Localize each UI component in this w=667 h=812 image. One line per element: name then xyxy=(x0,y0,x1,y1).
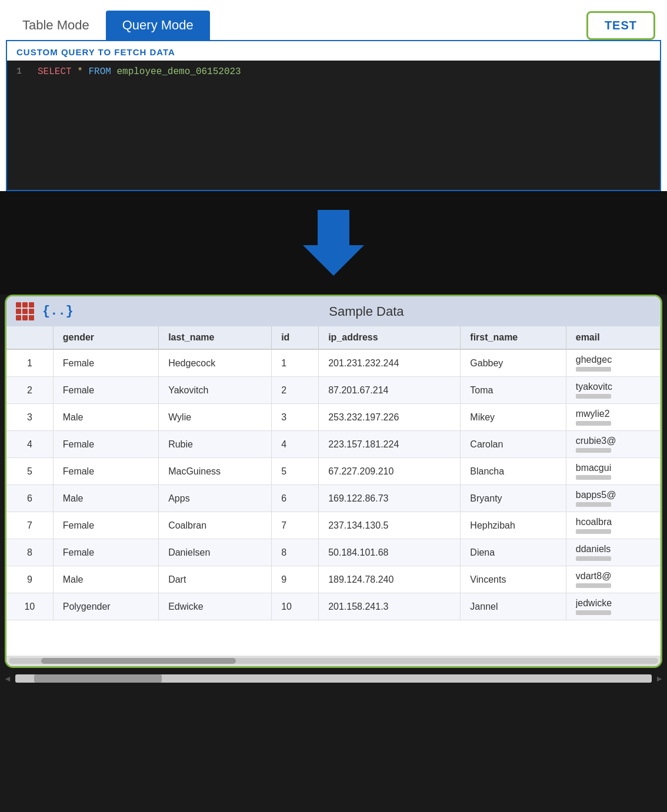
table-row: 1FemaleHedgecock1201.231.232.244Gabbeygh… xyxy=(6,349,661,377)
email-text: ghedgec xyxy=(576,355,651,365)
email-scroll-bar[interactable] xyxy=(576,502,611,507)
cell-ip-address: 189.124.78.240 xyxy=(319,566,461,593)
email-text: hcoalbra xyxy=(576,517,651,527)
grid-icon xyxy=(16,302,34,320)
cell-last-name: Apps xyxy=(159,485,272,512)
cell-gender: Male xyxy=(53,404,158,431)
cell-ip-address: 87.201.67.214 xyxy=(319,377,461,404)
cell-first-name: Mikey xyxy=(461,404,566,431)
cell-email: bmacgui xyxy=(566,458,660,485)
table-header-row: gender last_name id ip_address first_nam… xyxy=(6,326,661,349)
email-text: bmacgui xyxy=(576,463,651,473)
cell-ip-address: 223.157.181.224 xyxy=(319,431,461,458)
line-number: 1 xyxy=(16,66,28,76)
cell-gender: Male xyxy=(53,485,158,512)
cell-last-name: Rubie xyxy=(159,431,272,458)
query-section-label: CUSTOM QUERY TO FETCH DATA xyxy=(7,41,660,61)
cell-ip-address: 201.158.241.3 xyxy=(319,593,461,620)
outer-scrollbar-thumb[interactable] xyxy=(34,674,161,683)
test-button[interactable]: TEST xyxy=(586,11,655,40)
cell-first-name: Gabbey xyxy=(461,349,566,377)
arrow-body xyxy=(318,210,349,245)
tab-query-mode[interactable]: Query Mode xyxy=(106,11,210,40)
col-header-first-name: first_name xyxy=(461,326,566,349)
col-header-gender: gender xyxy=(53,326,158,349)
cell-first-name: Toma xyxy=(461,377,566,404)
email-scroll-bar[interactable] xyxy=(576,583,611,588)
tabs-container: Table Mode Query Mode xyxy=(6,11,210,40)
row-number: 7 xyxy=(6,512,53,539)
row-number: 1 xyxy=(6,349,53,377)
tab-table-mode[interactable]: Table Mode xyxy=(6,11,106,40)
col-header-ip-address: ip_address xyxy=(319,326,461,349)
cell-ip-address: 50.184.101.68 xyxy=(319,539,461,566)
scroll-right-arrow[interactable]: ► xyxy=(652,674,667,683)
email-scroll-bar[interactable] xyxy=(576,475,611,480)
cell-first-name: Vincents xyxy=(461,566,566,593)
cell-gender: Female xyxy=(53,431,158,458)
cell-email: bapps5@ xyxy=(566,485,660,512)
cell-last-name: Edwicke xyxy=(159,593,272,620)
cell-email: jedwicke xyxy=(566,593,660,620)
cell-first-name: Diena xyxy=(461,539,566,566)
email-scroll-bar[interactable] xyxy=(576,448,611,453)
arrow-head xyxy=(303,245,364,276)
col-header-id: id xyxy=(272,326,319,349)
outer-scrollbar-track[interactable] xyxy=(15,674,652,683)
table-row: 9MaleDart9189.124.78.240Vincentsvdart8@ xyxy=(6,566,661,593)
cell-ip-address: 201.231.232.244 xyxy=(319,349,461,377)
data-table-wrapper[interactable]: gender last_name id ip_address first_nam… xyxy=(6,326,661,620)
email-scroll-bar[interactable] xyxy=(576,421,611,426)
cell-id: 1 xyxy=(272,349,319,377)
email-scroll-bar[interactable] xyxy=(576,610,611,615)
cell-ip-address: 67.227.209.210 xyxy=(319,458,461,485)
cell-email: hcoalbra xyxy=(566,512,660,539)
cell-id: 7 xyxy=(272,512,319,539)
cell-gender: Polygender xyxy=(53,593,158,620)
email-scroll-bar[interactable] xyxy=(576,394,611,399)
table-row: 4FemaleRubie4223.157.181.224Carolancrubi… xyxy=(6,431,661,458)
row-number: 4 xyxy=(6,431,53,458)
sample-data-section: {..} Sample Data gender last_name id ip_… xyxy=(5,295,662,668)
email-text: bapps5@ xyxy=(576,490,651,500)
row-number: 5 xyxy=(6,458,53,485)
row-number: 10 xyxy=(6,593,53,620)
scrollbar-track[interactable] xyxy=(9,658,658,664)
braces-icon: {..} xyxy=(42,304,74,319)
cell-first-name: Hephzibah xyxy=(461,512,566,539)
code-editor[interactable]: 1 SELECT * FROM employee_demo_06152023 xyxy=(7,61,660,190)
cell-ip-address: 169.122.86.73 xyxy=(319,485,461,512)
cell-first-name: Bryanty xyxy=(461,485,566,512)
table-row: 10PolygenderEdwicke10201.158.241.3Jannel… xyxy=(6,593,661,620)
email-scroll-bar[interactable] xyxy=(576,529,611,534)
email-text: tyakovitc xyxy=(576,382,651,392)
col-header-last-name: last_name xyxy=(159,326,272,349)
email-text: mwylie2 xyxy=(576,409,651,419)
cell-email: ddaniels xyxy=(566,539,660,566)
cell-id: 5 xyxy=(272,458,319,485)
cell-gender: Male xyxy=(53,566,158,593)
cell-last-name: Dart xyxy=(159,566,272,593)
horizontal-scrollbar[interactable] xyxy=(6,656,661,666)
cell-last-name: Yakovitch xyxy=(159,377,272,404)
cell-email: ghedgec xyxy=(566,349,660,377)
table-row: 7FemaleCoalbran7237.134.130.5Hephzibahhc… xyxy=(6,512,661,539)
data-table: gender last_name id ip_address first_nam… xyxy=(6,326,661,620)
code-line-1: 1 SELECT * FROM employee_demo_06152023 xyxy=(16,66,651,77)
cell-email: tyakovitc xyxy=(566,377,660,404)
outer-scroll-bar: ◄ ► xyxy=(0,674,667,683)
cell-id: 10 xyxy=(272,593,319,620)
code-star: * xyxy=(77,66,83,77)
email-scroll-bar[interactable] xyxy=(576,367,611,372)
row-number: 3 xyxy=(6,404,53,431)
cell-email: mwylie2 xyxy=(566,404,660,431)
cell-gender: Female xyxy=(53,377,158,404)
cell-id: 6 xyxy=(272,485,319,512)
row-number: 8 xyxy=(6,539,53,566)
scrollbar-thumb[interactable] xyxy=(41,658,236,664)
email-text: vdart8@ xyxy=(576,571,651,582)
cell-ip-address: 253.232.197.226 xyxy=(319,404,461,431)
cell-gender: Female xyxy=(53,458,158,485)
scroll-left-arrow[interactable]: ◄ xyxy=(0,674,15,683)
email-scroll-bar[interactable] xyxy=(576,556,611,561)
